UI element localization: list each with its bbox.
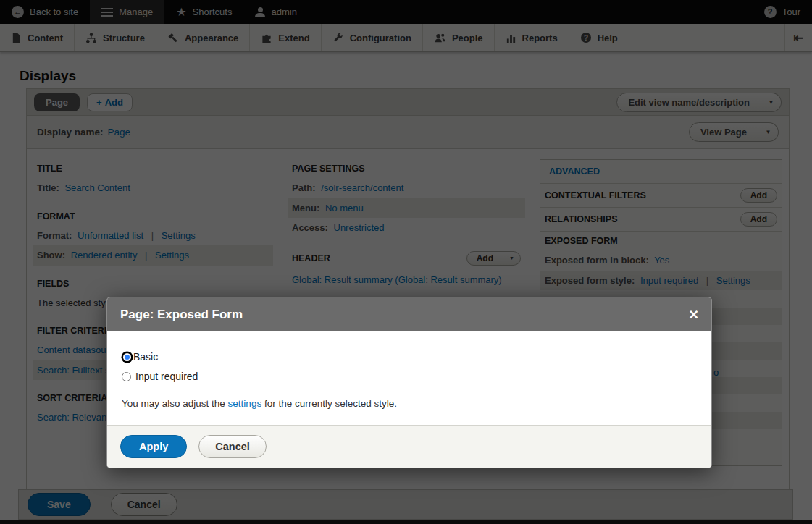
radio-selected-icon[interactable]: [123, 353, 131, 361]
close-icon[interactable]: ×: [689, 307, 698, 323]
dialog-header[interactable]: Page: Exposed Form ×: [107, 297, 711, 331]
dialog-body: Basic Input required You may also adjust…: [107, 331, 711, 425]
bottom-edge: [0, 520, 812, 524]
exposed-form-dialog: Page: Exposed Form × Basic Input require…: [106, 297, 712, 468]
radio-input-required-label: Input required: [135, 371, 198, 382]
dialog-note: You may also adjust the settings for the…: [122, 398, 697, 409]
note-settings-link[interactable]: settings: [228, 398, 262, 409]
dialog-title: Page: Exposed Form: [120, 308, 243, 322]
note-text-after: for the currently selected style.: [261, 398, 397, 409]
note-text-before: You may also adjust the: [122, 398, 228, 409]
radio-basic-label: Basic: [133, 351, 158, 363]
radio-option-basic[interactable]: Basic: [122, 351, 697, 363]
radio-unselected-icon[interactable]: [122, 372, 131, 381]
dialog-buttonpane: Apply Cancel: [107, 425, 711, 468]
apply-button[interactable]: Apply: [120, 435, 187, 458]
radio-option-input-required[interactable]: Input required: [122, 371, 697, 382]
dialog-cancel-button[interactable]: Cancel: [198, 435, 267, 458]
